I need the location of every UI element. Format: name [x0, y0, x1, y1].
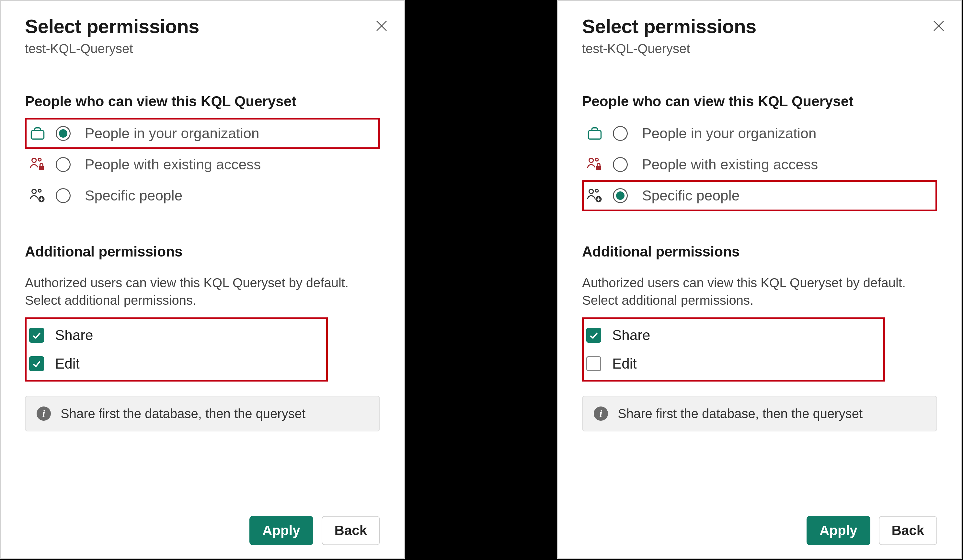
- checkbox-share[interactable]: [29, 328, 44, 343]
- back-button[interactable]: Back: [322, 516, 380, 545]
- check-label: Edit: [55, 356, 80, 372]
- option-org[interactable]: People in your organization: [582, 118, 937, 149]
- additional-permissions-group: Share Edit: [582, 317, 885, 382]
- close-icon: [932, 19, 945, 32]
- close-button[interactable]: [931, 18, 947, 34]
- svg-point-16: [595, 189, 598, 193]
- panel-subtitle: test-KQL-Queryset: [25, 42, 199, 56]
- info-bar: i Share first the database, then the que…: [582, 396, 937, 431]
- option-existing[interactable]: People with existing access: [582, 149, 937, 180]
- people-add-icon: [29, 186, 47, 205]
- check-row[interactable]: Share: [29, 321, 324, 350]
- radio-specific[interactable]: [56, 188, 71, 203]
- stage: Select permissions test-KQL-Queryset Peo…: [0, 0, 963, 560]
- permissions-panel: Select permissions test-KQL-Queryset Peo…: [557, 0, 962, 559]
- svg-rect-5: [39, 166, 44, 170]
- svg-point-6: [32, 189, 36, 194]
- view-section-heading: People who can view this KQL Queryset: [25, 93, 380, 110]
- panel-subtitle: test-KQL-Queryset: [582, 42, 756, 56]
- info-text: Share first the database, then the query…: [618, 406, 862, 421]
- apply-button[interactable]: Apply: [807, 516, 871, 545]
- check-label: Edit: [612, 356, 637, 372]
- additional-desc: Authorized users can view this KQL Query…: [582, 274, 937, 309]
- svg-point-3: [32, 159, 36, 163]
- option-label: People in your organization: [85, 125, 259, 142]
- check-row[interactable]: Edit: [29, 350, 324, 378]
- checkbox-share[interactable]: [586, 328, 601, 343]
- option-label: Specific people: [642, 188, 739, 204]
- svg-point-15: [589, 189, 593, 194]
- option-label: People with existing access: [85, 157, 261, 173]
- radio-existing[interactable]: [56, 157, 71, 172]
- panel-footer: Apply Back: [25, 503, 380, 545]
- briefcase-icon: [586, 125, 604, 142]
- permissions-panel: Select permissions test-KQL-Queryset Peo…: [0, 0, 405, 559]
- additional-heading: Additional permissions: [582, 244, 937, 260]
- check-row[interactable]: Share: [586, 321, 881, 350]
- back-button[interactable]: Back: [879, 516, 937, 545]
- people-lock-icon: [586, 155, 604, 173]
- panel-header: Select permissions test-KQL-Queryset: [582, 15, 937, 56]
- panel-footer: Apply Back: [582, 503, 937, 545]
- additional-desc: Authorized users can view this KQL Query…: [25, 274, 380, 309]
- radio-org[interactable]: [613, 126, 628, 141]
- svg-point-4: [38, 159, 41, 161]
- svg-point-7: [38, 189, 41, 193]
- radio-org[interactable]: [56, 126, 71, 141]
- option-label: People in your organization: [642, 125, 817, 142]
- option-label: Specific people: [85, 188, 182, 204]
- checkbox-edit[interactable]: [29, 356, 44, 371]
- additional-permissions-group: Share Edit: [25, 317, 328, 382]
- option-specific[interactable]: Specific people: [582, 180, 937, 211]
- svg-point-13: [595, 159, 598, 161]
- option-org[interactable]: People in your organization: [25, 118, 380, 149]
- briefcase-icon: [29, 125, 47, 142]
- svg-rect-2: [31, 131, 44, 139]
- info-icon: i: [594, 406, 608, 421]
- info-text: Share first the database, then the query…: [61, 406, 305, 421]
- checkbox-edit[interactable]: [586, 356, 601, 371]
- close-button[interactable]: [373, 18, 390, 34]
- info-icon: i: [37, 406, 51, 421]
- svg-point-12: [589, 159, 593, 163]
- panel-title: Select permissions: [582, 15, 756, 37]
- check-label: Share: [55, 327, 93, 343]
- radio-group-view: People in your organization People with …: [582, 118, 937, 211]
- svg-rect-14: [596, 166, 601, 170]
- people-add-icon: [586, 186, 604, 205]
- check-label: Share: [612, 327, 650, 343]
- radio-existing[interactable]: [613, 157, 628, 172]
- panel-titles: Select permissions test-KQL-Queryset: [582, 15, 756, 56]
- panel-header: Select permissions test-KQL-Queryset: [25, 15, 380, 56]
- option-label: People with existing access: [642, 157, 818, 173]
- people-lock-icon: [29, 155, 47, 173]
- svg-rect-11: [588, 131, 601, 139]
- info-bar: i Share first the database, then the que…: [25, 396, 380, 431]
- option-existing[interactable]: People with existing access: [25, 149, 380, 180]
- option-specific[interactable]: Specific people: [25, 180, 380, 211]
- panel-titles: Select permissions test-KQL-Queryset: [25, 15, 199, 56]
- apply-button[interactable]: Apply: [250, 516, 313, 545]
- additional-heading: Additional permissions: [25, 244, 380, 260]
- radio-specific[interactable]: [613, 188, 628, 203]
- panel-title: Select permissions: [25, 15, 199, 37]
- check-row[interactable]: Edit: [586, 350, 881, 378]
- close-icon: [375, 19, 388, 32]
- radio-group-view: People in your organization People with …: [25, 118, 380, 211]
- view-section-heading: People who can view this KQL Queryset: [582, 93, 937, 110]
